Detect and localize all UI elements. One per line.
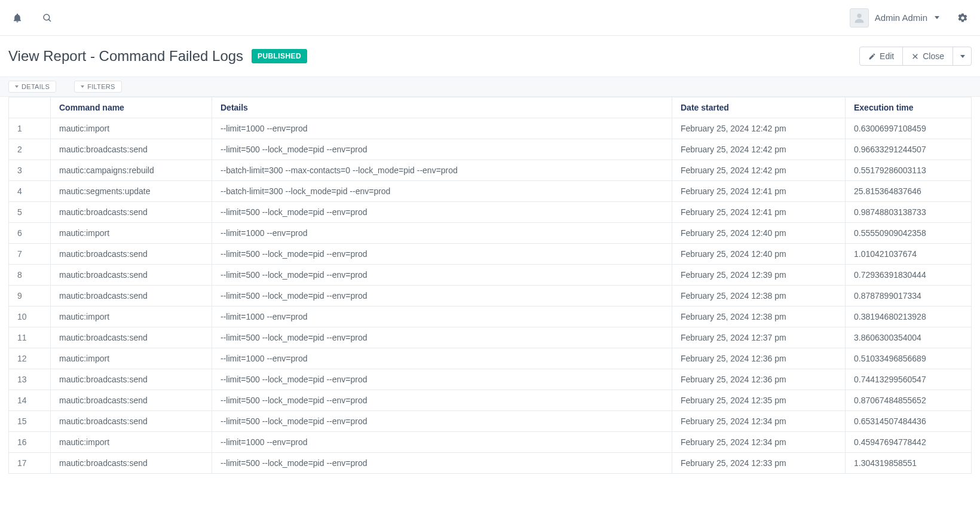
table-row: 11mautic:broadcasts:send--limit=500 --lo… [9,327,971,348]
cell-command: mautic:broadcasts:send [51,265,212,286]
table-row: 17mautic:broadcasts:send--limit=500 --lo… [9,453,971,474]
cell-command: mautic:broadcasts:send [51,202,212,223]
col-command[interactable]: Command name [51,97,212,118]
cell-exec: 0.98748803138733 [846,202,971,223]
user-name: Admin Admin [875,13,927,23]
page-header: View Report - Command Failed Logs PUBLIS… [0,36,980,76]
edit-button-label: Edit [880,51,894,61]
cell-exec: 0.65314507484436 [846,411,971,432]
cell-details: --limit=500 --lock_mode=pid --env=prod [212,139,672,160]
chevron-down-icon [960,55,965,58]
gear-icon[interactable] [956,11,969,24]
cell-exec: 1.010421037674 [846,244,971,265]
cell-date: February 25, 2024 12:42 pm [672,160,846,181]
cell-details: --limit=1000 --env=prod [212,223,672,244]
tab-filters[interactable]: FILTERS [74,81,122,93]
cell-date: February 25, 2024 12:38 pm [672,286,846,306]
table-row: 12mautic:import--limit=1000 --env=prodFe… [9,348,971,369]
svg-point-2 [857,13,861,17]
notifications-icon[interactable] [11,11,24,24]
cell-index: 12 [9,348,51,369]
cell-index: 2 [9,139,51,160]
more-actions-button[interactable] [953,47,972,66]
cell-index: 11 [9,327,51,348]
cell-details: --limit=1000 --env=prod [212,306,672,327]
table-row: 5mautic:broadcasts:send--limit=500 --loc… [9,202,971,223]
report-table: Command name Details Date started Execut… [8,97,972,474]
cell-index: 1 [9,118,51,139]
cell-details: --limit=1000 --env=prod [212,118,672,139]
page-title: View Report - Command Failed Logs [8,48,243,65]
table-row: 6mautic:import--limit=1000 --env=prodFeb… [9,223,971,244]
cell-details: --limit=500 --lock_mode=pid --env=prod [212,265,672,286]
table-header-row: Command name Details Date started Execut… [9,97,971,118]
cell-date: February 25, 2024 12:42 pm [672,118,846,139]
edit-button[interactable]: Edit [859,47,903,66]
svg-line-1 [48,19,51,22]
col-exec[interactable]: Execution time [846,97,971,118]
table-row: 10mautic:import--limit=1000 --env=prodFe… [9,306,971,327]
cell-exec: 0.38194680213928 [846,306,971,327]
cell-exec: 0.55550909042358 [846,223,971,244]
avatar [850,8,869,27]
col-details[interactable]: Details [212,97,672,118]
chevron-down-icon [15,85,19,88]
table-row: 9mautic:broadcasts:send--limit=500 --loc… [9,286,971,306]
cell-exec: 3.8606300354004 [846,327,971,348]
cell-command: mautic:broadcasts:send [51,327,212,348]
cell-command: mautic:campaigns:rebuild [51,160,212,181]
cell-details: --limit=1000 --env=prod [212,348,672,369]
cell-date: February 25, 2024 12:36 pm [672,348,846,369]
table-row: 2mautic:broadcasts:send--limit=500 --loc… [9,139,971,160]
cell-exec: 0.51033496856689 [846,348,971,369]
tab-details[interactable]: DETAILS [8,81,56,93]
cell-exec: 0.63006997108459 [846,118,971,139]
table-row: 7mautic:broadcasts:send--limit=500 --loc… [9,244,971,265]
cell-details: --limit=1000 --env=prod [212,432,672,453]
cell-command: mautic:broadcasts:send [51,369,212,390]
cell-command: mautic:broadcasts:send [51,453,212,474]
cell-index: 9 [9,286,51,306]
subbar: DETAILS FILTERS [0,76,980,97]
cell-exec: 0.74413299560547 [846,369,971,390]
cell-date: February 25, 2024 12:42 pm [672,139,846,160]
cell-exec: 1.304319858551 [846,453,971,474]
table-row: 14mautic:broadcasts:send--limit=500 --lo… [9,390,971,411]
cell-index: 17 [9,453,51,474]
close-button-label: Close [923,51,944,61]
tab-details-label: DETAILS [22,83,50,90]
table-row: 3mautic:campaigns:rebuild--batch-limit=3… [9,160,971,181]
cell-index: 6 [9,223,51,244]
cell-date: February 25, 2024 12:39 pm [672,265,846,286]
cell-exec: 0.72936391830444 [846,265,971,286]
cell-date: February 25, 2024 12:38 pm [672,306,846,327]
cell-exec: 0.45947694778442 [846,432,971,453]
table-row: 1mautic:import--limit=1000 --env=prodFeb… [9,118,971,139]
cell-index: 14 [9,390,51,411]
topbar: Admin Admin [0,0,980,36]
topbar-left [11,11,54,24]
close-button[interactable]: Close [902,47,953,66]
table-row: 8mautic:broadcasts:send--limit=500 --loc… [9,265,971,286]
cell-index: 13 [9,369,51,390]
col-date[interactable]: Date started [672,97,846,118]
cell-index: 8 [9,265,51,286]
report-table-wrap: Command name Details Date started Execut… [0,97,980,486]
cell-details: --limit=500 --lock_mode=pid --env=prod [212,327,672,348]
cell-index: 4 [9,181,51,202]
cell-exec: 0.8787899017334 [846,286,971,306]
cell-index: 15 [9,411,51,432]
cell-command: mautic:broadcasts:send [51,139,212,160]
cell-index: 3 [9,160,51,181]
cell-details: --limit=500 --lock_mode=pid --env=prod [212,244,672,265]
cell-exec: 25.815364837646 [846,181,971,202]
cell-date: February 25, 2024 12:36 pm [672,369,846,390]
user-menu[interactable]: Admin Admin [850,8,939,27]
svg-point-0 [44,14,50,20]
cell-index: 16 [9,432,51,453]
cell-details: --limit=500 --lock_mode=pid --env=prod [212,411,672,432]
cell-date: February 25, 2024 12:37 pm [672,327,846,348]
search-icon[interactable] [41,11,54,24]
cell-details: --limit=500 --lock_mode=pid --env=prod [212,369,672,390]
cell-date: February 25, 2024 12:40 pm [672,244,846,265]
